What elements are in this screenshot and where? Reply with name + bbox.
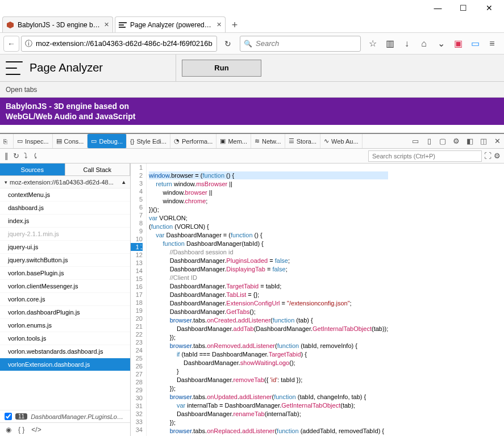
label: Cons... (64, 138, 84, 145)
breakpoint-marker: 11 (131, 243, 143, 251)
tab-callstack[interactable]: Call Stack (65, 164, 131, 175)
source-file[interactable]: jquery-ui.js (0, 241, 130, 254)
perf-icon: ◔ (174, 137, 180, 145)
back-button[interactable]: ← (3, 36, 19, 52)
reader-icon[interactable]: ▣ (449, 36, 466, 52)
picker-icon: ⎘ (3, 138, 7, 145)
url-bar-container[interactable]: ⓘ (21, 36, 217, 52)
source-file[interactable]: contextMenu.js (0, 188, 130, 202)
minimize-button[interactable]: — (425, 0, 451, 16)
sources-footer: ◉ { } </> (0, 422, 130, 436)
bookmark-star-icon[interactable]: ☆ (364, 36, 381, 52)
selected-tab-banner[interactable]: BabylonJS - 3D engine based on WebGL/Web… (0, 98, 504, 125)
toolbar-icons: ☆ ▥ ↓ ⌂ ⌄ ▣ ▭ ≡ (364, 36, 501, 52)
debugger-settings-icon[interactable]: ⚙ (494, 152, 501, 160)
tablet-icon[interactable]: ▢ (436, 137, 449, 145)
breakpoint-checkbox[interactable] (5, 413, 12, 420)
step-over-button[interactable]: ⤵ (24, 152, 28, 160)
breakpoint-row[interactable]: 11 DashboardManager.PLuginsLo… (0, 410, 130, 422)
browser-tabstrip: BabylonJS - 3D engine bas... ✕ Page Anal… (0, 16, 504, 33)
pocket-icon[interactable]: ⌄ (432, 36, 449, 52)
pa-header-left: Page Analyzer (0, 54, 176, 81)
tab-performance[interactable]: ◔Performa... (170, 134, 216, 148)
devtools-close-icon[interactable]: ✕ (490, 137, 504, 145)
analyzer-logo-icon (6, 61, 23, 75)
source-file[interactable]: vorlon.webstandards.dashboard.js (0, 345, 130, 358)
debugger-icon: ▭ (91, 137, 97, 145)
source-file[interactable]: vorlon.tools.js (0, 332, 130, 345)
tab-close-icon[interactable]: ✕ (104, 21, 109, 28)
close-window-button[interactable]: ✕ (476, 0, 502, 16)
pause-button[interactable]: ‖ (5, 152, 9, 160)
code-editor[interactable]: 12345 678910 1112131415 1617181920 21222… (131, 164, 504, 436)
console-icon: ▤ (56, 137, 62, 145)
run-button[interactable]: Run (182, 60, 261, 77)
tab-label: Page Analyzer (powered b... (130, 21, 213, 29)
screenshot-icon[interactable]: ▭ (466, 36, 484, 52)
settings-gear-icon[interactable]: ⚙ (449, 137, 463, 145)
blackbox-eye-icon[interactable]: ◉ (6, 426, 11, 434)
source-file[interactable]: vorlon.core.js (0, 293, 130, 306)
source-file[interactable]: vorlon.enums.js (0, 319, 130, 332)
new-tab-button[interactable]: + (227, 18, 242, 32)
tab-style-editor[interactable]: {}Style Edi... (127, 134, 170, 148)
source-map-icon[interactable]: </> (31, 426, 41, 434)
scroll-up-icon[interactable]: ▴ (122, 178, 126, 186)
source-file[interactable]: vorlon.clientMessenger.js (0, 280, 130, 293)
banner-line2: WebGL/Web Audio and JavaScript (6, 112, 135, 121)
line-gutter[interactable]: 12345 678910 1112131415 1617181920 21222… (131, 164, 147, 436)
sources-group-header[interactable]: ▾ moz-extension://61a04363-d62d-48... ▴ (0, 176, 130, 188)
split-icon[interactable]: ▯ (422, 137, 436, 145)
site-info-icon[interactable]: ⓘ (25, 39, 32, 49)
label: Style Edi... (136, 138, 166, 145)
svg-rect-2 (119, 24, 124, 26)
webaudio-icon: ∿ (324, 137, 329, 145)
tab-babylonjs[interactable]: BabylonJS - 3D engine bas... ✕ (2, 16, 113, 32)
source-file[interactable]: index.js (0, 215, 130, 228)
downloads-icon[interactable]: ↓ (398, 36, 415, 52)
tab-storage[interactable]: ☰Stora... (285, 134, 320, 148)
home-icon[interactable]: ⌂ (415, 36, 432, 52)
pretty-print-icon[interactable]: { } (18, 426, 24, 434)
tab-console[interactable]: ▤Cons... (53, 134, 88, 148)
dock-bottom-icon[interactable]: ◫ (477, 137, 490, 145)
resume-button[interactable]: ↻ (13, 152, 19, 160)
source-file[interactable]: vorlon.dashboardPlugin.js (0, 306, 130, 319)
url-input[interactable] (36, 37, 213, 51)
step-in-button[interactable]: ⤹ (32, 152, 39, 160)
tab-inspector[interactable]: ▭Inspec... (14, 134, 53, 148)
reload-button[interactable]: ↻ (219, 36, 236, 52)
memory-icon: ▣ (220, 137, 226, 145)
source-file-selected[interactable]: vorlonExtension.dashboard.js (0, 358, 130, 371)
source-file[interactable]: jquery-2.1.1.min.js (0, 228, 130, 241)
responsive-icon[interactable]: ▭ (409, 137, 422, 145)
label: Stora... (297, 138, 316, 145)
breakpoint-text: DashboardManager.PLuginsLo… (31, 413, 123, 420)
tab-close-icon[interactable]: ✕ (216, 21, 222, 28)
maximize-button[interactable]: ☐ (451, 0, 476, 16)
search-input[interactable] (256, 37, 357, 51)
source-file[interactable]: jquery.switchButton.js (0, 254, 130, 267)
source-file[interactable]: dashboard.js (0, 202, 130, 215)
source-file[interactable]: vorlon.basePlugin.js (0, 267, 130, 280)
tab-debugger[interactable]: ▭Debug... (88, 134, 127, 148)
page-title: Page Analyzer (30, 61, 103, 74)
library-icon[interactable]: ▥ (381, 36, 398, 52)
label: Debug... (99, 138, 123, 145)
debugger-body: Sources Call Stack ▾ moz-extension://61a… (0, 164, 504, 436)
script-search-input[interactable] (368, 150, 482, 162)
expand-icon[interactable]: ⛶ (484, 152, 491, 160)
tab-network[interactable]: ≋Netw... (251, 134, 285, 148)
menu-icon[interactable]: ≡ (484, 36, 501, 52)
chevron-down-icon: ▾ (5, 179, 7, 185)
tab-page-analyzer[interactable]: Page Analyzer (powered b... ✕ (115, 16, 226, 32)
storage-icon: ☰ (289, 137, 294, 145)
sources-tabs: Sources Call Stack (0, 164, 130, 176)
tab-memory[interactable]: ▣Mem... (216, 134, 251, 148)
element-picker-button[interactable]: ⎘ (0, 134, 14, 148)
search-bar-container[interactable]: 🔍 (240, 36, 361, 52)
dock-side-icon[interactable]: ◧ (463, 137, 477, 145)
tab-webaudio[interactable]: ∿Web Au... (320, 134, 363, 148)
tab-sources[interactable]: Sources (0, 164, 65, 175)
sources-group-label: moz-extension://61a04363-d62d-48... (10, 179, 114, 186)
